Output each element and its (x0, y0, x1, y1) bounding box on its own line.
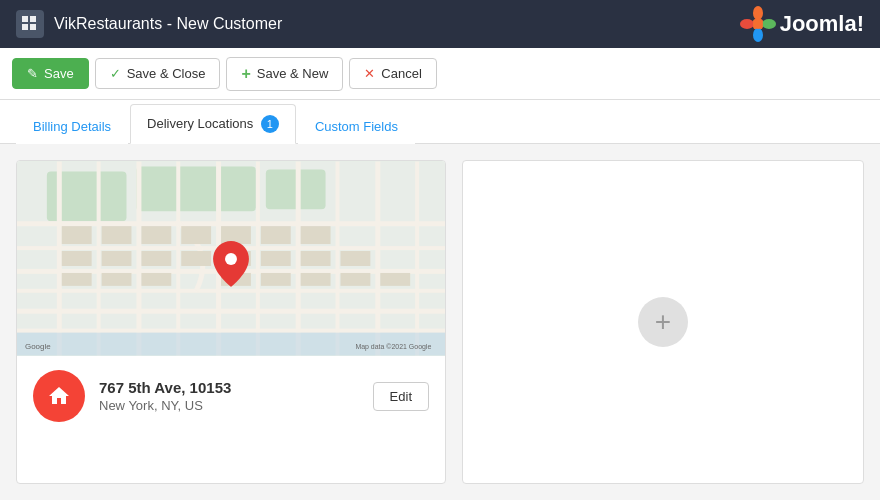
cancel-label: Cancel (381, 66, 421, 81)
svg-rect-23 (176, 161, 180, 355)
svg-rect-17 (17, 289, 445, 293)
svg-rect-47 (102, 273, 132, 286)
cancel-icon: ✕ (364, 66, 375, 81)
save-new-button[interactable]: + Save & New (226, 57, 343, 91)
header-left: VikRestaurants - New Customer (16, 10, 282, 38)
location-card: Google Map data ©2021 Google 767 5th Ave… (16, 160, 446, 484)
edit-location-button[interactable]: Edit (373, 382, 429, 411)
svg-rect-44 (301, 251, 331, 266)
svg-point-57 (225, 253, 237, 265)
location-info: 767 5th Ave, 10153 New York, NY, US Edit (17, 356, 445, 436)
main-content: Google Map data ©2021 Google 767 5th Ave… (0, 144, 880, 500)
svg-text:Google: Google (25, 342, 51, 351)
svg-rect-14 (17, 221, 445, 226)
save-new-label: Save & New (257, 66, 329, 81)
svg-rect-46 (62, 273, 92, 286)
joomla-logo: Joomla! (740, 6, 864, 42)
svg-rect-29 (415, 161, 419, 355)
save-close-label: Save & Close (127, 66, 206, 81)
joomla-text: Joomla! (780, 11, 864, 37)
svg-rect-3 (30, 24, 36, 30)
svg-rect-1 (30, 16, 36, 22)
svg-rect-36 (261, 226, 291, 244)
location-home-icon (33, 370, 85, 422)
svg-rect-50 (261, 273, 291, 286)
svg-rect-38 (62, 251, 92, 266)
tab-billing[interactable]: Billing Details (16, 108, 128, 144)
svg-rect-52 (340, 273, 370, 286)
svg-rect-32 (102, 226, 132, 244)
svg-text:Map data ©2021 Google: Map data ©2021 Google (355, 343, 431, 351)
plus-icon: + (241, 65, 250, 83)
address-line2: New York, NY, US (99, 398, 359, 413)
svg-rect-40 (141, 251, 171, 266)
address-line1: 767 5th Ave, 10153 (99, 379, 359, 396)
svg-rect-51 (301, 273, 331, 286)
add-location-card[interactable]: + (462, 160, 864, 484)
svg-rect-12 (136, 166, 255, 211)
svg-point-7 (753, 28, 763, 42)
location-address: 767 5th Ave, 10153 New York, NY, US (99, 379, 359, 413)
svg-rect-33 (141, 226, 171, 244)
plus-symbol: + (655, 306, 671, 338)
svg-rect-53 (380, 273, 410, 286)
save-button[interactable]: ✎ Save (12, 58, 89, 89)
save-icon: ✎ (27, 66, 38, 81)
svg-point-5 (753, 6, 763, 20)
svg-rect-45 (340, 251, 370, 266)
app-title: VikRestaurants - New Customer (54, 15, 282, 33)
tab-delivery[interactable]: Delivery Locations 1 (130, 104, 296, 144)
toolbar: ✎ Save ✓ Save & Close + Save & New ✕ Can… (0, 48, 880, 100)
svg-rect-27 (336, 161, 340, 355)
tabs-bar: Billing Details Delivery Locations 1 Cus… (0, 100, 880, 144)
billing-tab-label: Billing Details (33, 119, 111, 134)
grid-icon (16, 10, 44, 38)
tab-custom-fields[interactable]: Custom Fields (298, 108, 415, 144)
svg-rect-41 (181, 251, 211, 266)
save-label: Save (44, 66, 74, 81)
map-container: Google Map data ©2021 Google (17, 161, 445, 356)
delivery-tab-label: Delivery Locations (147, 116, 253, 131)
cancel-button[interactable]: ✕ Cancel (349, 58, 436, 89)
svg-rect-34 (181, 226, 211, 244)
svg-rect-39 (102, 251, 132, 266)
save-close-button[interactable]: ✓ Save & Close (95, 58, 221, 89)
svg-rect-28 (375, 161, 380, 355)
add-location-icon: + (638, 297, 688, 347)
svg-rect-43 (261, 251, 291, 266)
svg-rect-48 (141, 273, 171, 286)
svg-point-8 (740, 19, 754, 29)
joomla-icon (740, 6, 776, 42)
delivery-tab-badge: 1 (261, 115, 279, 133)
svg-rect-2 (22, 24, 28, 30)
svg-rect-21 (97, 161, 101, 355)
svg-point-9 (753, 19, 763, 29)
svg-rect-31 (62, 226, 92, 244)
svg-rect-18 (17, 309, 445, 314)
svg-rect-35 (221, 226, 251, 244)
svg-rect-37 (301, 226, 331, 244)
custom-fields-tab-label: Custom Fields (315, 119, 398, 134)
svg-rect-22 (136, 161, 141, 355)
svg-rect-19 (17, 329, 445, 333)
svg-rect-20 (57, 161, 62, 355)
map-svg: Google Map data ©2021 Google (17, 161, 445, 356)
svg-rect-0 (22, 16, 28, 22)
check-icon: ✓ (110, 66, 121, 81)
svg-rect-25 (256, 161, 260, 355)
svg-point-6 (762, 19, 776, 29)
svg-rect-26 (296, 161, 301, 355)
app-header: VikRestaurants - New Customer Joomla! (0, 0, 880, 48)
